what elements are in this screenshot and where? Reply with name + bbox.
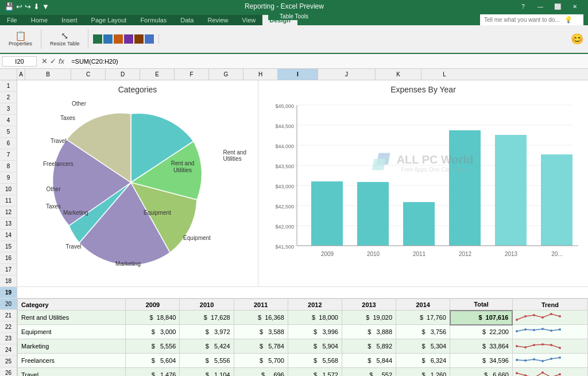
close-button[interactable]: ✕ [566, 0, 583, 13]
window-controls[interactable]: ? — ⬜ ✕ [514, 0, 583, 13]
svg-point-46 [550, 358, 552, 360]
bar-2011 [403, 202, 435, 246]
data-table-area: Category 2009 2010 2011 2012 2013 2014 T… [17, 299, 588, 376]
quick-access-toolbar[interactable]: 💾 ↩ ↪ ⬇ ▼ [5, 2, 49, 11]
cell-eq-2013: $ 3,888 [342, 325, 396, 339]
help-button[interactable]: ? [514, 0, 532, 13]
cell-fr-2014: $ 6,324 [396, 354, 450, 368]
label-freelancers: Freelancers [43, 161, 74, 167]
header-2013: 2013 [342, 299, 396, 311]
style-swatch-6[interactable] [145, 34, 154, 44]
cell-rent-2013: $ 19,020 [342, 311, 396, 325]
cell-category-rent: Rent and Utilities [18, 311, 126, 325]
cell-fr-2010: $ 5,556 [180, 354, 234, 368]
save-icon[interactable]: 💾 [5, 2, 14, 11]
confirm-formula-icon[interactable]: ✓ [50, 57, 56, 65]
table-row: Marketing $ 5,556 $ 5,424 $ 5,784 $ 5,90… [18, 339, 588, 354]
tab-insert[interactable]: Insert [55, 15, 84, 25]
insert-function-icon[interactable]: fx [59, 57, 64, 65]
col-header-l: L [421, 69, 467, 80]
table-header-row: Category 2009 2010 2011 2012 2013 2014 T… [18, 299, 588, 311]
svg-text:$41,500: $41,500 [275, 244, 294, 250]
style-swatch-4[interactable] [124, 34, 133, 44]
svg-point-42 [516, 359, 518, 361]
formula-input[interactable] [69, 57, 586, 66]
svg-point-26 [533, 314, 535, 316]
svg-point-24 [516, 319, 518, 321]
tab-view[interactable]: View [235, 15, 263, 25]
svg-text:$44,500: $44,500 [275, 123, 294, 129]
charts-area: Categories [17, 80, 588, 287]
svg-point-31 [524, 328, 527, 331]
svg-point-43 [524, 359, 527, 362]
svg-text:$43,000: $43,000 [275, 184, 294, 189]
table-row: Equipment $ 3,000 $ 3,972 $ 3,588 $ 3,99… [18, 325, 588, 339]
col-header-k: K [376, 69, 421, 80]
redo-icon[interactable]: ↪ [25, 2, 31, 11]
cell-fr-2009: $ 5,604 [126, 354, 180, 368]
svg-point-29 [559, 315, 561, 317]
tab-home[interactable]: Home [24, 15, 55, 25]
tab-data[interactable]: Data [173, 15, 200, 25]
minimize-button[interactable]: — [532, 0, 549, 13]
bar-chart-title: Expenses By Year [263, 85, 583, 94]
cell-mk-2014: $ 5,304 [396, 339, 450, 354]
tab-formulas[interactable]: Formulas [133, 15, 173, 25]
cell-mk-2013: $ 5,892 [342, 339, 396, 354]
style-swatch-1[interactable] [93, 34, 102, 44]
more-icon[interactable]: ▼ [42, 2, 49, 11]
cell-eq-2014: $ 3,756 [396, 325, 450, 339]
style-swatch-3[interactable] [114, 34, 123, 44]
name-box[interactable] [2, 56, 37, 67]
tab-review[interactable]: Review [200, 15, 235, 25]
cell-tr-2009: $ 1,476 [126, 368, 180, 377]
cell-fr-2012: $ 5,568 [288, 354, 342, 368]
label-other: Other [72, 100, 86, 107]
pie-chart-title: Categories [22, 85, 253, 94]
tab-page-layout[interactable]: Page Layout [84, 15, 134, 25]
svg-text:2009: 2009 [321, 251, 334, 257]
maximize-button[interactable]: ⬜ [549, 0, 566, 13]
properties-button[interactable]: 📋 Properties [5, 29, 36, 49]
resize-button[interactable]: ⤡ Resize Table [46, 29, 83, 49]
formula-icons: ✕ ✓ fx [41, 57, 64, 65]
svg-point-36 [516, 345, 518, 347]
cell-tr-2012: $ 1,572 [288, 368, 342, 377]
col-header-f: F [175, 69, 209, 80]
pie-label-rent: Rent and [171, 160, 195, 166]
cell-rent-trend [512, 311, 587, 325]
pie-label-equipment: Equipment [183, 235, 211, 241]
header-category: Category [18, 299, 126, 311]
table-row: Rent and Utilities $ 18,840 $ 17,628 $ 1… [18, 311, 588, 325]
cell-mk-2011: $ 5,784 [234, 339, 288, 354]
undo-icon[interactable]: ↩ [16, 2, 22, 11]
col-header-j: J [318, 69, 376, 80]
cell-category-travel: Travel [18, 368, 126, 377]
autosave-icon[interactable]: ⬇ [33, 2, 40, 11]
cancel-formula-icon[interactable]: ✕ [41, 57, 48, 65]
cell-category-equipment: Equipment [18, 325, 126, 339]
pie-label-travel: Travel [65, 243, 81, 250]
formula-bar: ✕ ✓ fx [0, 54, 588, 69]
search-input[interactable] [484, 17, 564, 23]
cell-mk-2009: $ 5,556 [126, 339, 180, 354]
table-tools-label: Table Tools [268, 13, 320, 20]
search-box[interactable]: 💡 [480, 14, 583, 25]
cell-eq-total: $ 22,200 [450, 325, 513, 339]
label-rent: Rent andUtilities [223, 149, 246, 162]
svg-point-27 [541, 316, 544, 319]
label-equipment: Equipment [144, 210, 171, 216]
svg-point-44 [533, 358, 535, 361]
style-swatch-2[interactable] [103, 34, 113, 44]
svg-text:$42,500: $42,500 [275, 204, 294, 210]
cell-rent-2009: $ 18,840 [126, 311, 180, 325]
cell-fr-trend [512, 354, 587, 368]
table-row: Travel $ 1,476 $ 1,104 $ 696 $ 1,572 $ 5… [18, 368, 588, 377]
cell-rent-2012: $ 18,000 [288, 311, 342, 325]
tab-file[interactable]: File [0, 15, 24, 25]
cell-category-marketing: Marketing [18, 339, 126, 354]
col-header-h: H [243, 69, 278, 80]
style-swatch-5[interactable] [134, 34, 144, 44]
bar-2012 [449, 130, 481, 246]
col-header-e: E [140, 69, 175, 80]
